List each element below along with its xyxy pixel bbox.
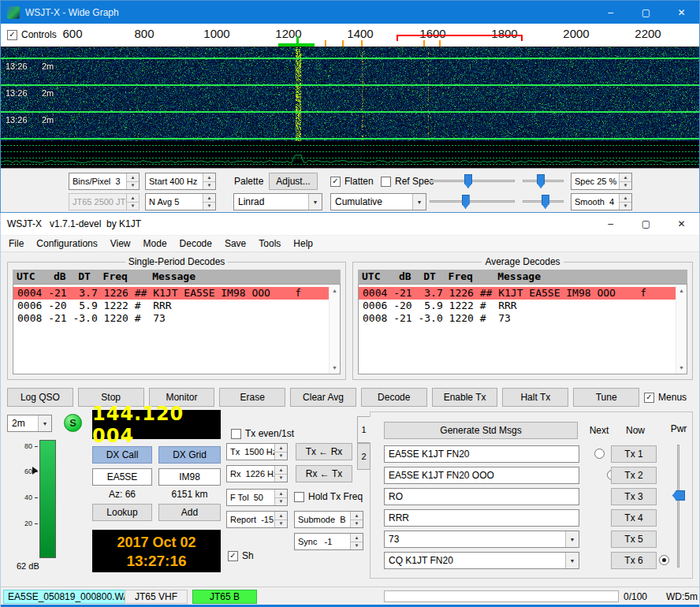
spin-up-icon[interactable]: ▲ — [203, 194, 215, 202]
spin-up-icon[interactable]: ▲ — [351, 534, 363, 542]
add-button[interactable]: Add — [158, 504, 221, 521]
dx-grid-field[interactable]: IM98 — [158, 468, 221, 486]
decode-row[interactable]: 0006 -20 5.9 1222 # RRR — [359, 300, 676, 312]
scrollbar[interactable]: ▲ ▼ — [329, 285, 340, 374]
menu-tools[interactable]: Tools — [252, 236, 287, 251]
scrollbar[interactable]: ▲ ▼ — [676, 285, 687, 374]
close-button[interactable]: ✕ — [664, 213, 699, 235]
enable-tx-button[interactable]: Enable Tx — [432, 388, 498, 407]
sh-checkbox[interactable]: ✓ Sh — [228, 550, 254, 561]
rx-from-tx-button[interactable]: Rx ← Tx — [296, 465, 352, 482]
display-mode-combobox[interactable]: Cumulative ▼ — [330, 193, 426, 210]
tx-even-checkbox[interactable]: Tx even/1st — [231, 428, 294, 439]
tx2-message-field[interactable]: EA5SE K1JT FN20 OOO — [384, 467, 579, 484]
spin-down-icon[interactable]: ▼ — [203, 202, 215, 210]
palette-adjust-button[interactable]: Adjust... — [269, 173, 318, 190]
dx-call-field[interactable]: EA5SE — [92, 468, 152, 486]
tx6-message-combobox[interactable]: CQ K1JT FN20 ▼ — [384, 552, 579, 569]
band-combobox[interactable]: 2m ▼ — [7, 415, 52, 432]
spin-up-icon[interactable]: ▲ — [275, 466, 287, 474]
submode-spinbox[interactable]: Submode B ▲▼ — [294, 511, 363, 528]
tab-2[interactable]: 2 — [357, 443, 370, 470]
erase-button[interactable]: Erase — [219, 388, 285, 407]
menu-decode[interactable]: Decode — [173, 236, 218, 251]
tx1-message-field[interactable]: EA5SE K1JT FN20 — [384, 445, 579, 463]
spectrum-zero-slider[interactable] — [521, 193, 565, 210]
start-freq-spinbox[interactable]: Start 400 Hz ▲▼ — [145, 173, 216, 190]
bins-pixel-spinbox[interactable]: Bins/Pixel 3 ▲▼ — [69, 173, 140, 190]
wide-graph-titlebar[interactable]: WSJT-X - Wide Graph – ▢ ✕ — [1, 1, 699, 24]
lookup-button[interactable]: Lookup — [92, 504, 152, 521]
decode-button[interactable]: Decode — [361, 388, 427, 407]
menus-checkbox[interactable]: ✓ Menus — [644, 388, 694, 407]
main-titlebar[interactable]: WSJT-X v1.7.1-devel by K1JT – ▢ ✕ — [1, 213, 699, 236]
slider-handle[interactable] — [542, 195, 549, 209]
spin-up-icon[interactable]: ▲ — [620, 173, 631, 181]
spin-up-icon[interactable]: ▲ — [203, 173, 215, 181]
tx3-message-field[interactable]: RO — [384, 488, 579, 505]
spin-down-icon[interactable]: ▼ — [275, 497, 287, 506]
menu-file[interactable]: File — [2, 236, 30, 251]
decode-row[interactable]: 0008 -21 -3.0 1220 # 73 — [359, 312, 676, 325]
slider-handle[interactable] — [537, 174, 545, 188]
waterfall[interactable] — [1, 47, 699, 141]
pwr-slider[interactable] — [672, 443, 686, 569]
decode-row[interactable]: 0004 -21 3.7 1226 ## K1JT EA5SE IM98 OOO… — [359, 287, 676, 300]
tx1-next-radio[interactable] — [594, 449, 605, 459]
spin-down-icon[interactable]: ▼ — [127, 181, 139, 190]
smooth-spinbox[interactable]: Smooth 4 ▲▼ — [571, 193, 632, 210]
tx-freq-spinbox[interactable]: Tx 1500 Hz ▲▼ — [226, 443, 288, 460]
slider-handle[interactable] — [462, 195, 470, 209]
generate-std-msgs-button[interactable]: Generate Std Msgs — [384, 422, 578, 439]
maximize-button[interactable]: ▢ — [628, 1, 664, 24]
f-tol-spinbox[interactable]: F Tol 50 ▲▼ — [226, 489, 288, 506]
tab-1[interactable]: 1 — [357, 416, 370, 443]
menu-view[interactable]: View — [104, 236, 137, 251]
controls-checkbox[interactable]: ✓ Controls — [7, 29, 57, 40]
spin-up-icon[interactable]: ▲ — [127, 173, 139, 181]
tx6-now-button[interactable]: Tx 6 — [611, 552, 657, 569]
waterfall-gain-slider[interactable] — [428, 173, 516, 190]
slider-handle[interactable] — [464, 174, 472, 188]
dropdown-icon[interactable]: ▼ — [565, 553, 579, 568]
spin-down-icon[interactable]: ▼ — [351, 542, 363, 550]
sync-spinbox[interactable]: Sync -1 ▲▼ — [294, 533, 363, 550]
dropdown-icon[interactable]: ▼ — [565, 531, 579, 547]
spectrum-plot[interactable] — [1, 141, 699, 168]
scroll-down-icon[interactable]: ▼ — [330, 363, 340, 373]
dropdown-icon[interactable]: ▼ — [308, 194, 322, 210]
decode-row[interactable]: 0006 -20 5.9 1222 # RRR — [13, 300, 329, 312]
report-spinbox[interactable]: Report -15 ▲▼ — [226, 511, 288, 528]
menu-mode[interactable]: Mode — [137, 236, 173, 251]
minimize-button[interactable]: – — [593, 213, 628, 235]
waterfall-zero-slider[interactable] — [521, 173, 565, 190]
decode-row[interactable]: 0004 -21 3.7 1226 ## K1JT EA5SE IM98 OOO… — [13, 287, 329, 300]
tx5-message-combobox[interactable]: 73 ▼ — [384, 531, 579, 548]
decode-row[interactable]: 0008 -21 -3.0 1220 # 73 — [13, 312, 329, 325]
dx-grid-button[interactable]: DX Grid — [158, 446, 221, 464]
rx-freq-spinbox[interactable]: Rx 1226 Hz ▲▼ — [226, 465, 288, 482]
dx-call-button[interactable]: DX Call — [92, 446, 152, 464]
menu-help[interactable]: Help — [287, 236, 319, 251]
spin-up-icon[interactable]: ▲ — [620, 194, 631, 202]
tx4-now-button[interactable]: Tx 4 — [611, 509, 657, 527]
flatten-checkbox[interactable]: ✓ Flatten — [330, 176, 374, 187]
tune-button[interactable]: Tune — [573, 388, 639, 407]
close-button[interactable]: ✕ — [664, 1, 699, 24]
spin-up-icon[interactable]: ▲ — [275, 490, 287, 497]
slider-handle[interactable] — [672, 490, 685, 501]
dropdown-icon[interactable]: ▼ — [38, 415, 51, 431]
scroll-up-icon[interactable]: ▲ — [330, 285, 340, 296]
menu-configurations[interactable]: Configurations — [30, 236, 103, 251]
spin-down-icon[interactable]: ▼ — [275, 452, 287, 460]
spin-up-icon[interactable]: ▲ — [351, 512, 363, 519]
spin-down-icon[interactable]: ▼ — [620, 181, 631, 190]
spin-down-icon[interactable]: ▼ — [275, 519, 287, 528]
spec-percent-spinbox[interactable]: Spec 25 % ▲▼ — [571, 173, 632, 190]
tx6-next-radio[interactable] — [659, 555, 669, 565]
log-qso-button[interactable]: Log QSO — [7, 388, 73, 407]
ref-spec-checkbox[interactable]: Ref Spec — [381, 176, 434, 187]
tx5-now-button[interactable]: Tx 5 — [611, 531, 657, 548]
spin-down-icon[interactable]: ▼ — [203, 181, 215, 190]
spin-down-icon[interactable]: ▼ — [620, 202, 631, 210]
